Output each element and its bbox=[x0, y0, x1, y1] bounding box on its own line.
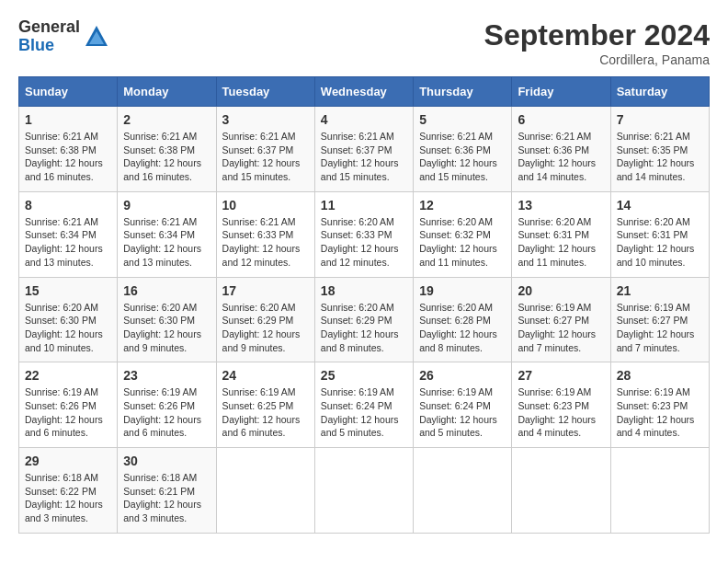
col-tuesday: Tuesday bbox=[216, 77, 314, 107]
day-number: 9 bbox=[123, 198, 210, 213]
day-number: 25 bbox=[321, 368, 407, 383]
day-number: 5 bbox=[419, 112, 506, 127]
day-number: 17 bbox=[222, 283, 309, 298]
day-info: Sunrise: 6:19 AMSunset: 6:24 PMDaylight:… bbox=[321, 385, 407, 440]
day-info: Sunrise: 6:21 AMSunset: 6:37 PMDaylight:… bbox=[222, 130, 309, 184]
day-info: Sunrise: 6:19 AMSunset: 6:27 PMDaylight:… bbox=[617, 301, 703, 355]
day-info: Sunrise: 6:20 AMSunset: 6:32 PMDaylight:… bbox=[419, 215, 506, 270]
day-info: Sunrise: 6:19 AMSunset: 6:23 PMDaylight:… bbox=[617, 385, 703, 440]
day-info: Sunrise: 6:20 AMSunset: 6:29 PMDaylight:… bbox=[321, 301, 407, 355]
day-number: 22 bbox=[25, 368, 111, 383]
day-number: 28 bbox=[617, 368, 703, 383]
table-row: 6Sunrise: 6:21 AMSunset: 6:36 PMDaylight… bbox=[512, 107, 610, 192]
calendar-header-row: Sunday Monday Tuesday Wednesday Thursday… bbox=[19, 77, 710, 107]
day-number: 11 bbox=[321, 198, 407, 213]
day-number: 30 bbox=[123, 454, 210, 468]
table-row bbox=[216, 448, 314, 534]
day-info: Sunrise: 6:19 AMSunset: 6:24 PMDaylight:… bbox=[419, 385, 506, 440]
day-info: Sunrise: 6:19 AMSunset: 6:26 PMDaylight:… bbox=[25, 385, 111, 440]
day-info: Sunrise: 6:20 AMSunset: 6:30 PMDaylight:… bbox=[25, 301, 111, 355]
table-row: 5Sunrise: 6:21 AMSunset: 6:36 PMDaylight… bbox=[414, 107, 512, 192]
col-sunday: Sunday bbox=[19, 77, 118, 107]
day-info: Sunrise: 6:21 AMSunset: 6:35 PMDaylight:… bbox=[617, 130, 703, 184]
table-row: 8Sunrise: 6:21 AMSunset: 6:34 PMDaylight… bbox=[19, 191, 118, 277]
day-info: Sunrise: 6:19 AMSunset: 6:27 PMDaylight:… bbox=[518, 301, 604, 355]
logo-text: General Blue bbox=[18, 18, 80, 55]
table-row: 21Sunrise: 6:19 AMSunset: 6:27 PMDayligh… bbox=[610, 277, 709, 362]
day-info: Sunrise: 6:19 AMSunset: 6:25 PMDaylight:… bbox=[222, 385, 309, 440]
table-row: 12Sunrise: 6:20 AMSunset: 6:32 PMDayligh… bbox=[414, 191, 512, 277]
day-info: Sunrise: 6:19 AMSunset: 6:23 PMDaylight:… bbox=[518, 385, 604, 440]
day-info: Sunrise: 6:20 AMSunset: 6:30 PMDaylight:… bbox=[123, 301, 210, 355]
col-thursday: Thursday bbox=[414, 77, 512, 107]
table-row: 24Sunrise: 6:19 AMSunset: 6:25 PMDayligh… bbox=[216, 362, 314, 448]
calendar-week-5: 29Sunrise: 6:18 AMSunset: 6:22 PMDayligh… bbox=[19, 448, 710, 534]
month-title: September 2024 bbox=[484, 18, 710, 52]
calendar: Sunday Monday Tuesday Wednesday Thursday… bbox=[18, 76, 710, 534]
table-row bbox=[610, 448, 709, 534]
day-info: Sunrise: 6:21 AMSunset: 6:33 PMDaylight:… bbox=[222, 215, 309, 270]
table-row: 26Sunrise: 6:19 AMSunset: 6:24 PMDayligh… bbox=[414, 362, 512, 448]
day-info: Sunrise: 6:19 AMSunset: 6:26 PMDaylight:… bbox=[123, 385, 210, 440]
table-row: 15Sunrise: 6:20 AMSunset: 6:30 PMDayligh… bbox=[19, 277, 118, 362]
day-info: Sunrise: 6:20 AMSunset: 6:28 PMDaylight:… bbox=[419, 301, 506, 355]
table-row: 30Sunrise: 6:18 AMSunset: 6:21 PMDayligh… bbox=[118, 448, 216, 534]
day-info: Sunrise: 6:20 AMSunset: 6:29 PMDaylight:… bbox=[222, 301, 309, 355]
day-info: Sunrise: 6:21 AMSunset: 6:34 PMDaylight:… bbox=[25, 215, 111, 270]
day-number: 15 bbox=[25, 283, 111, 298]
day-number: 6 bbox=[518, 112, 604, 127]
col-wednesday: Wednesday bbox=[314, 77, 413, 107]
table-row: 3Sunrise: 6:21 AMSunset: 6:37 PMDaylight… bbox=[216, 107, 314, 192]
day-info: Sunrise: 6:20 AMSunset: 6:31 PMDaylight:… bbox=[617, 215, 703, 270]
table-row: 4Sunrise: 6:21 AMSunset: 6:37 PMDaylight… bbox=[314, 107, 413, 192]
day-info: Sunrise: 6:21 AMSunset: 6:34 PMDaylight:… bbox=[123, 215, 210, 270]
table-row bbox=[512, 448, 610, 534]
title-area: September 2024 Cordillera, Panama bbox=[484, 18, 710, 67]
day-number: 24 bbox=[222, 368, 309, 383]
day-number: 21 bbox=[617, 283, 703, 298]
table-row: 28Sunrise: 6:19 AMSunset: 6:23 PMDayligh… bbox=[610, 362, 709, 448]
calendar-week-2: 8Sunrise: 6:21 AMSunset: 6:34 PMDaylight… bbox=[19, 191, 710, 277]
table-row: 18Sunrise: 6:20 AMSunset: 6:29 PMDayligh… bbox=[314, 277, 413, 362]
table-row: 23Sunrise: 6:19 AMSunset: 6:26 PMDayligh… bbox=[118, 362, 216, 448]
table-row: 2Sunrise: 6:21 AMSunset: 6:38 PMDaylight… bbox=[118, 107, 216, 192]
col-saturday: Saturday bbox=[610, 77, 709, 107]
table-row: 7Sunrise: 6:21 AMSunset: 6:35 PMDaylight… bbox=[610, 107, 709, 192]
table-row: 16Sunrise: 6:20 AMSunset: 6:30 PMDayligh… bbox=[118, 277, 216, 362]
table-row: 13Sunrise: 6:20 AMSunset: 6:31 PMDayligh… bbox=[512, 191, 610, 277]
table-row: 1Sunrise: 6:21 AMSunset: 6:38 PMDaylight… bbox=[19, 107, 118, 192]
day-number: 10 bbox=[222, 198, 309, 213]
table-row: 9Sunrise: 6:21 AMSunset: 6:34 PMDaylight… bbox=[118, 191, 216, 277]
calendar-week-1: 1Sunrise: 6:21 AMSunset: 6:38 PMDaylight… bbox=[19, 107, 710, 192]
day-number: 3 bbox=[222, 112, 309, 127]
table-row: 19Sunrise: 6:20 AMSunset: 6:28 PMDayligh… bbox=[414, 277, 512, 362]
col-monday: Monday bbox=[118, 77, 216, 107]
day-info: Sunrise: 6:20 AMSunset: 6:31 PMDaylight:… bbox=[518, 215, 604, 270]
calendar-week-3: 15Sunrise: 6:20 AMSunset: 6:30 PMDayligh… bbox=[19, 277, 710, 362]
day-info: Sunrise: 6:21 AMSunset: 6:36 PMDaylight:… bbox=[419, 130, 506, 184]
day-number: 7 bbox=[617, 112, 703, 127]
location: Cordillera, Panama bbox=[484, 52, 710, 67]
table-row: 11Sunrise: 6:20 AMSunset: 6:33 PMDayligh… bbox=[314, 191, 413, 277]
logo-general: General bbox=[18, 18, 80, 37]
table-row bbox=[414, 448, 512, 534]
day-info: Sunrise: 6:21 AMSunset: 6:38 PMDaylight:… bbox=[123, 130, 210, 184]
logo: General Blue bbox=[18, 18, 109, 55]
day-number: 20 bbox=[518, 283, 604, 298]
day-number: 29 bbox=[25, 454, 111, 468]
day-info: Sunrise: 6:18 AMSunset: 6:21 PMDaylight:… bbox=[123, 471, 210, 525]
calendar-body: 1Sunrise: 6:21 AMSunset: 6:38 PMDaylight… bbox=[19, 107, 710, 534]
day-number: 14 bbox=[617, 198, 703, 213]
table-row: 27Sunrise: 6:19 AMSunset: 6:23 PMDayligh… bbox=[512, 362, 610, 448]
day-number: 4 bbox=[321, 112, 407, 127]
table-row: 25Sunrise: 6:19 AMSunset: 6:24 PMDayligh… bbox=[314, 362, 413, 448]
day-number: 1 bbox=[25, 112, 111, 127]
logo-icon bbox=[84, 24, 109, 50]
table-row: 20Sunrise: 6:19 AMSunset: 6:27 PMDayligh… bbox=[512, 277, 610, 362]
day-number: 2 bbox=[123, 112, 210, 127]
table-row: 17Sunrise: 6:20 AMSunset: 6:29 PMDayligh… bbox=[216, 277, 314, 362]
day-info: Sunrise: 6:21 AMSunset: 6:36 PMDaylight:… bbox=[518, 130, 604, 184]
day-number: 23 bbox=[123, 368, 210, 383]
table-row: 14Sunrise: 6:20 AMSunset: 6:31 PMDayligh… bbox=[610, 191, 709, 277]
logo-blue: Blue bbox=[18, 37, 80, 55]
